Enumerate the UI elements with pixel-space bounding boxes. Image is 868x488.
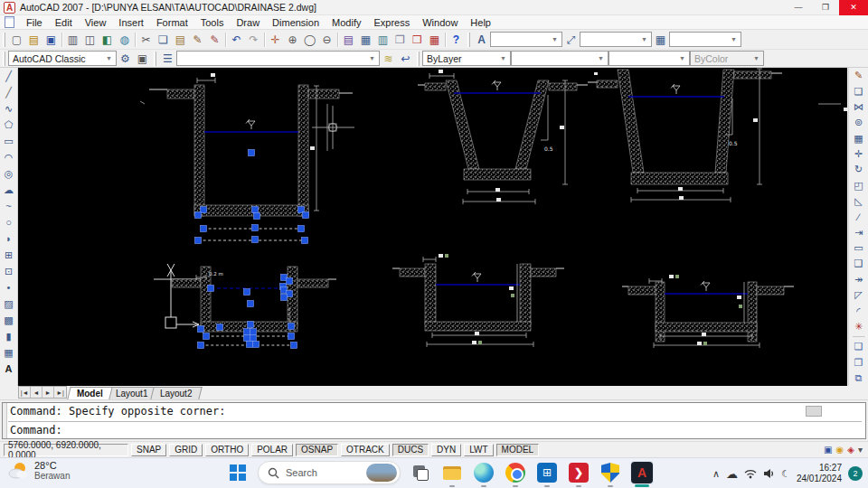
command-scrollbar[interactable]: [806, 406, 822, 417]
grip-handle[interactable]: [195, 212, 202, 219]
publish-icon[interactable]: ◧: [99, 31, 116, 48]
grip-handle[interactable]: [195, 238, 202, 244]
revision-cloud-icon[interactable]: ☁: [1, 182, 17, 198]
copy-clip-icon[interactable]: ❏: [155, 31, 172, 48]
toolbar-grip[interactable]: [3, 33, 5, 47]
save-workspace-icon[interactable]: ▣: [134, 50, 151, 67]
offset-icon[interactable]: ⊚: [851, 115, 867, 130]
grip-handle[interactable]: [203, 333, 210, 340]
grip-handle[interactable]: [252, 237, 259, 243]
draw-order-above-icon[interactable]: ⧉: [851, 371, 867, 386]
toggle-snap[interactable]: SNAP: [131, 444, 166, 456]
tab-prev-icon[interactable]: ◄: [31, 387, 42, 398]
redo-icon[interactable]: ↷: [245, 31, 262, 48]
designcenter-icon[interactable]: ▦: [357, 31, 374, 48]
onedrive-cloud-icon[interactable]: ☁: [726, 467, 738, 481]
gradient-icon[interactable]: ▩: [1, 312, 17, 328]
toggle-grid[interactable]: GRID: [169, 444, 203, 456]
menu-window[interactable]: Window: [416, 16, 464, 29]
grip-handle[interactable]: [198, 326, 204, 333]
tab-layout2[interactable]: Layout2: [151, 387, 203, 399]
point-icon[interactable]: •: [1, 279, 17, 296]
workspace-dropdown[interactable]: AutoCAD Classic▼: [8, 51, 117, 66]
move-icon[interactable]: ✛: [851, 146, 867, 162]
table-icon[interactable]: ▦: [1, 344, 17, 361]
grip-handle[interactable]: [254, 213, 260, 220]
volume-icon[interactable]: [763, 468, 775, 479]
tab-last-icon[interactable]: ►|: [54, 387, 66, 398]
open-icon[interactable]: ▤: [25, 31, 42, 48]
block-editor-icon[interactable]: ✎: [206, 31, 223, 48]
menu-express[interactable]: Express: [367, 16, 416, 29]
mtext-icon[interactable]: A: [1, 361, 17, 377]
properties-icon[interactable]: ▤: [340, 31, 357, 48]
tray-chevron-icon[interactable]: ∧: [712, 468, 720, 480]
menu-help[interactable]: Help: [464, 16, 497, 29]
file-explorer-button[interactable]: [440, 461, 464, 484]
grip-handle[interactable]: [288, 333, 295, 340]
grip-handle[interactable]: [250, 335, 257, 342]
draw-order-back-icon[interactable]: ❐: [851, 354, 867, 370]
grip-handle[interactable]: [250, 329, 257, 335]
toggle-lwt[interactable]: LWT: [464, 444, 493, 456]
close-button[interactable]: ✕: [839, 0, 868, 15]
toggle-polar[interactable]: POLAR: [251, 444, 293, 456]
toggle-otrack[interactable]: OTRACK: [341, 444, 390, 456]
menu-draw[interactable]: Draw: [230, 16, 266, 29]
pan-icon[interactable]: ✛: [267, 31, 284, 48]
layer-dropdown[interactable]: ▼: [176, 51, 380, 66]
comm-center-icon[interactable]: ◉: [836, 445, 844, 455]
table-style-dropdown[interactable]: ▼: [669, 32, 741, 47]
pdf-reader-button[interactable]: ❯: [567, 461, 590, 484]
text-style-icon[interactable]: A: [473, 31, 490, 48]
array-icon[interactable]: ▦: [851, 130, 867, 145]
drawing-file-icon[interactable]: [5, 16, 14, 28]
restore-button[interactable]: ❐: [812, 0, 839, 15]
grip-handle[interactable]: [244, 335, 250, 342]
menu-edit[interactable]: Edit: [49, 16, 79, 29]
minimize-button[interactable]: —: [785, 0, 812, 15]
ellipse-arc-icon[interactable]: ◗: [1, 230, 17, 247]
quickcalc-icon[interactable]: ▦: [426, 31, 443, 48]
arc-icon[interactable]: ◠: [1, 149, 17, 165]
taskbar-clock[interactable]: 16:27 24/01/2024: [797, 463, 842, 485]
break-at-point-icon[interactable]: ❑: [851, 256, 867, 271]
grip-handle[interactable]: [253, 342, 259, 348]
paste-icon[interactable]: ▤: [172, 31, 189, 48]
grip-handle[interactable]: [298, 226, 305, 232]
grip-handle[interactable]: [291, 343, 297, 349]
help-icon[interactable]: ?: [448, 31, 465, 48]
edge-button[interactable]: [472, 461, 495, 484]
stretch-icon[interactable]: ◺: [851, 193, 867, 209]
spline-icon[interactable]: ~: [1, 198, 17, 214]
hatch-icon[interactable]: ▨: [1, 296, 17, 312]
chrome-button[interactable]: [504, 461, 527, 484]
wifi-icon[interactable]: [744, 468, 757, 479]
line-icon[interactable]: ╱: [1, 68, 17, 84]
rectangle-icon[interactable]: ▭: [1, 133, 17, 149]
zoom-window-icon[interactable]: ◯: [301, 31, 318, 48]
plot-icon[interactable]: ▥: [64, 31, 81, 48]
start-button[interactable]: [226, 461, 250, 484]
grip-handle[interactable]: [198, 343, 204, 349]
make-layer-current-icon[interactable]: ≋: [380, 50, 397, 67]
tab-nav-buttons[interactable]: |◄ ◄ ► ►|: [18, 386, 67, 399]
text-style-dropdown[interactable]: ▼: [490, 32, 562, 47]
toggle-dyn[interactable]: DYN: [431, 444, 461, 456]
toolbar-lock-icon[interactable]: ▣: [824, 445, 832, 455]
join-icon[interactable]: ↠: [851, 272, 867, 287]
table-style-icon[interactable]: ▦: [652, 31, 669, 48]
grip-handle[interactable]: [302, 238, 308, 244]
erase-icon[interactable]: ✎: [851, 68, 867, 83]
markup-set-icon[interactable]: ❒: [409, 31, 426, 48]
mirror-icon[interactable]: ⋈: [851, 99, 867, 115]
notification-badge[interactable]: 2: [848, 466, 863, 481]
match-properties-icon[interactable]: ✎: [189, 31, 206, 48]
cut-icon[interactable]: ✂: [137, 31, 155, 48]
polyline-icon[interactable]: ∿: [1, 100, 17, 117]
scale-icon[interactable]: ◰: [851, 178, 867, 193]
dim-style-icon[interactable]: ⤢: [562, 31, 580, 48]
tray-arrow-icon[interactable]: ▾: [858, 445, 863, 455]
dim-style-dropdown[interactable]: ▼: [580, 32, 652, 47]
grip-handle[interactable]: [208, 286, 214, 292]
